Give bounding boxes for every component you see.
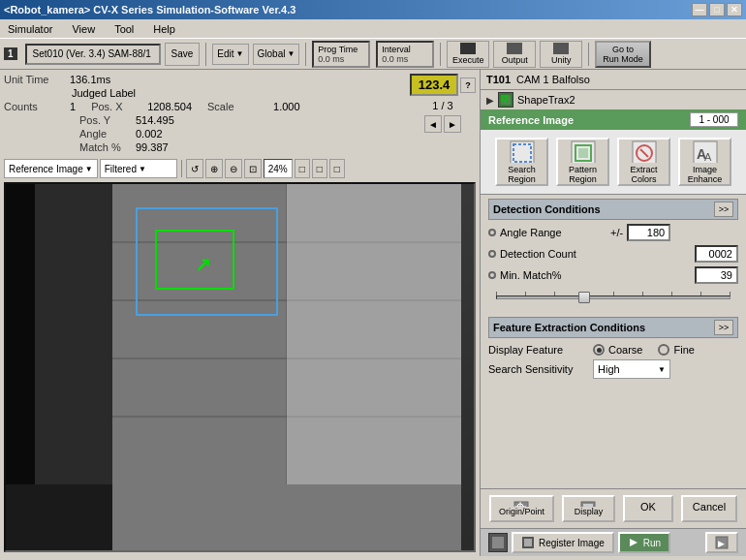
ref-image-value: 1 - 000 — [690, 112, 738, 127]
camera-background: ↗ — [6, 184, 474, 550]
slider-container — [488, 288, 738, 313]
svg-rect-23 — [578, 148, 588, 158]
sensitivity-dropdown[interactable]: High ▼ — [593, 359, 670, 379]
toolbar: 1 Set010 (Ver. 3.4) SAM-88/1 Save Edit ▼… — [0, 39, 746, 70]
menu-simulator[interactable]: Simulator — [4, 21, 56, 37]
counter-help: 123.4 ? — [410, 74, 476, 96]
slider-thumb[interactable] — [578, 292, 590, 303]
min-match-row: Min. Match% 39 — [488, 266, 738, 284]
feature-forward-button[interactable]: >> — [714, 320, 733, 335]
go-to-run-mode-button[interactable]: Go to Run Mode — [595, 41, 651, 68]
ref-image-dropdown[interactable]: Reference Image ▼ — [4, 159, 98, 178]
pattern-region-label: PatternRegion — [569, 165, 597, 184]
extract-colors-button[interactable]: ExtractColors — [617, 138, 670, 186]
svg-rect-12 — [6, 184, 35, 484]
img-btn2[interactable]: □ — [312, 159, 327, 178]
menu-help[interactable]: Help — [149, 21, 179, 37]
min-match-value[interactable]: 39 — [695, 266, 738, 284]
nav-arrows: ◄ ► — [424, 115, 461, 133]
menu-bar: Simulator View Tool Help — [0, 19, 746, 39]
feature-conditions-header[interactable]: Feature Extraction Conditions >> — [488, 317, 738, 338]
svg-text:↗: ↗ — [195, 254, 211, 275]
search-region-button[interactable]: SearchRegion — [495, 138, 548, 186]
detection-forward-button[interactable]: >> — [714, 202, 733, 217]
tool-icons-area: SearchRegion PatternRegion ExtractColors — [481, 130, 746, 195]
svg-rect-7 — [287, 184, 461, 484]
shapetrax-row: ▶ ShapeTrax2 — [481, 90, 746, 109]
detection-conditions-header[interactable]: Detection Conditions >> — [488, 199, 738, 220]
zoom-in-btn[interactable]: ⊕ — [205, 159, 223, 178]
prev-arrow[interactable]: ◄ — [424, 115, 442, 133]
feature-section-label: Feature Extraction Conditions — [493, 322, 645, 333]
pattern-region-icon — [570, 140, 597, 163]
counter-display: 123.4 — [410, 74, 458, 96]
coarse-radio-group: Coarse — [593, 344, 642, 356]
t101-header: T101 CAM 1 Balfolso — [481, 70, 746, 90]
unit-time-row: Unit Time 136.1ms — [4, 74, 402, 85]
info-labels: Unit Time 136.1ms Judged Label Counts 1 … — [4, 74, 402, 155]
unity-button[interactable]: Unity — [540, 41, 582, 68]
angle-range-value[interactable]: 180 — [627, 224, 670, 241]
img-btn1[interactable]: □ — [295, 159, 310, 178]
fine-radio[interactable] — [658, 344, 669, 356]
zoom-out-btn[interactable]: ⊖ — [225, 159, 242, 178]
global-dropdown[interactable]: Global ▼ — [253, 44, 300, 65]
detection-count-value[interactable]: 0002 — [695, 245, 738, 263]
image-rotate-btn[interactable]: ↺ — [186, 159, 203, 178]
filtered-dropdown[interactable]: Filtered ▼ — [100, 159, 177, 178]
register-image-button[interactable]: Register Image — [512, 532, 614, 553]
coarse-radio[interactable] — [593, 344, 605, 356]
tick-marks — [496, 292, 730, 296]
image-enhance-button[interactable]: A A ImageEnhance — [678, 138, 731, 186]
svg-text:A: A — [704, 151, 712, 163]
info-area: Unit Time 136.1ms Judged Label Counts 1 … — [4, 74, 476, 155]
execute-button[interactable]: Execute — [447, 41, 489, 68]
judged-header: Judged Label — [72, 87, 402, 99]
fine-label: Fine — [673, 344, 694, 356]
fine-radio-group: Fine — [658, 344, 694, 356]
next-arrow[interactable]: ► — [444, 115, 461, 133]
slider-track — [496, 296, 730, 299]
run-settings-button[interactable]: ▶ — [705, 532, 738, 553]
svg-rect-36 — [492, 537, 504, 548]
action-bar: Origin/Point Display OK Cancel — [481, 488, 746, 528]
detection-count-radio[interactable] — [488, 250, 496, 258]
origin-point-button[interactable]: Origin/Point — [489, 495, 554, 522]
angle-range-radio[interactable] — [488, 229, 496, 236]
coarse-label: Coarse — [608, 344, 642, 356]
menu-tool[interactable]: Tool — [110, 21, 138, 37]
output-button[interactable]: Output — [493, 41, 536, 68]
cancel-button[interactable]: Cancel — [681, 495, 737, 522]
match-row: Match % 99.387 — [4, 141, 402, 153]
set-label: Set010 (Ver. 3.4) SAM-88/1 — [25, 44, 161, 65]
pattern-region-button[interactable]: PatternRegion — [556, 138, 609, 186]
search-sensitivity-label: Search Sensitivity — [488, 363, 585, 375]
help-button[interactable]: ? — [460, 78, 476, 93]
maximize-button[interactable]: □ — [709, 3, 725, 16]
separator — [181, 160, 182, 177]
save-button[interactable]: Save — [165, 43, 201, 66]
fraction-display: 1 / 3 — [432, 100, 452, 111]
edit-dropdown[interactable]: Edit ▼ — [212, 44, 248, 65]
minimize-button[interactable]: — — [692, 3, 707, 16]
separator4 — [588, 43, 589, 66]
separator2 — [305, 43, 306, 66]
image-enhance-icon: A A — [692, 140, 719, 163]
close-button[interactable]: ✕ — [727, 3, 742, 16]
image-enhance-label: ImageEnhance — [688, 165, 723, 184]
window-controls: — □ ✕ — [692, 3, 742, 16]
display-button[interactable]: Display — [562, 495, 615, 522]
separator3 — [440, 43, 441, 66]
fit-btn[interactable]: ⊡ — [244, 159, 262, 178]
img-btn3[interactable]: □ — [329, 159, 345, 178]
min-match-radio[interactable] — [488, 271, 496, 279]
ok-button[interactable]: OK — [623, 495, 673, 522]
expand-arrow[interactable]: ▶ — [486, 95, 494, 106]
search-region-label: SearchRegion — [508, 165, 536, 184]
run-button[interactable]: Run — [618, 532, 670, 553]
menu-view[interactable]: View — [68, 21, 99, 37]
angle-row: Angle 0.002 — [4, 128, 402, 140]
extract-colors-label: ExtractColors — [630, 165, 657, 184]
svg-text:▶: ▶ — [718, 539, 725, 548]
display-feature-row: Display Feature Coarse Fine — [488, 344, 738, 356]
